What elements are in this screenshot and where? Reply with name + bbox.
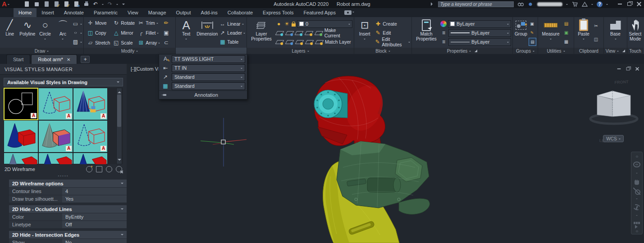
wcs-dropdown[interactable]: WCS [603,135,624,142]
select-mode-button[interactable]: Select Mode [629,18,642,48]
explode-button[interactable]: ▣ [163,29,169,37]
panel-label-draw[interactable]: Draw [0,48,83,54]
style-thumb-shades-of-gray[interactable]: A [73,120,108,153]
linetype-combobox[interactable]: ByLayer [448,38,511,46]
layer-off-icon[interactable] [275,40,284,44]
multileader-style-combobox[interactable]: Standard [172,73,245,81]
arc-button[interactable]: ⌒Arc [55,18,71,48]
viewport-controls-label[interactable]: [-][Custom View] [131,66,159,72]
paste-button[interactable]: Paste [575,18,592,48]
match-layer-button[interactable]: Match Layer [325,39,351,45]
group-selection-toggle[interactable]: ▤ [529,38,536,46]
make-current-button[interactable]: Make Current [324,27,352,38]
layer-unlock-icon[interactable] [292,23,296,27]
hatch-button[interactable]: ▨ [72,38,82,46]
panel-label-groups[interactable]: Groups [513,48,538,54]
layer-thaw-all-icon[interactable] [285,40,294,44]
apply-visual-style-icon[interactable] [96,166,102,172]
property-row[interactable]: ColorByEntity [9,213,127,220]
text-style-combobox[interactable]: TT SWISS LIGHT [172,55,245,63]
stretch-button[interactable]: ▱Stretch [87,39,110,47]
panel-label-annotation[interactable] [176,48,247,54]
annotation-flyout-footer[interactable]: Annotation [159,90,247,99]
navigation-wheel-icon[interactable] [633,162,640,167]
plot-icon[interactable] [83,1,89,7]
style-thumb-2d-wireframe[interactable]: A [4,88,38,120]
offset-button[interactable]: ⊂ [163,39,169,47]
available-styles-header[interactable]: Available Visual Styles in Drawing [4,78,123,86]
tab-parametric[interactable]: Parametric [89,8,123,17]
drawing-minimize-button[interactable] [617,68,621,69]
trim-button[interactable]: ✂Trim [137,19,160,27]
connect-dropdown-icon[interactable] [344,10,352,15]
section-2d-wireframe-options[interactable]: 2D Wireframe options [9,180,127,187]
batch-plot-icon[interactable] [64,1,69,7]
delete-visual-style-icon[interactable] [116,166,122,172]
circle-button[interactable]: ○Circle [37,18,54,48]
layer-isolate-icon[interactable] [275,31,284,35]
drawing-restore-button[interactable] [626,68,630,71]
scroll-down-icon[interactable] [118,159,121,162]
move-button[interactable]: ✛Move [87,19,110,27]
showmotion-icon[interactable] [633,221,640,226]
redo-button[interactable]: ↷ [108,1,112,7]
file-tab-start[interactable]: Start [6,54,30,64]
zoom-caret-icon[interactable] [636,198,638,200]
tab-add-ins[interactable]: Add-ins [196,8,223,17]
panel-label-touch[interactable]: Touch [627,48,643,54]
property-row[interactable]: Draw true silhouett...Yes [9,195,127,202]
leader-button[interactable]: ↗Leader [219,29,245,37]
account-caret-icon[interactable] [566,4,568,6]
style-thumb-realistic[interactable] [4,120,38,153]
linear-button[interactable]: ↔Linear [219,20,245,28]
layer-select-combobox[interactable]: 0 [297,20,352,28]
app-manager-caret-icon[interactable] [591,4,593,6]
help-icon[interactable]: ? [597,1,603,7]
erase-button[interactable]: ✏ [163,19,169,27]
pan-icon[interactable] [633,179,640,184]
insert-button[interactable]: ⊡Insert [356,18,374,48]
layer-on-bulb-icon[interactable]: ● [275,21,282,27]
app-store-cart-icon[interactable] [571,1,578,7]
tab-featured-apps[interactable]: Featured Apps [298,8,341,17]
tab-home[interactable]: Home [14,8,37,17]
qat-customize-icon[interactable] [122,4,125,6]
section-2d-hide-intersection-edges[interactable]: 2D Hide - Intersection Edges [9,231,127,238]
signed-in-username[interactable] [537,2,562,6]
file-tab-close-icon[interactable]: ✕ [67,57,70,62]
layer-properties-button[interactable]: Layer Properties [248,18,274,48]
file-tab-robot-arm[interactable]: Robot arm* ✕ [31,54,77,64]
redo-caret-icon[interactable] [116,4,118,6]
quick-select-button[interactable]: ▤ [563,20,570,28]
palette-drag-handle[interactable]: ••••• [0,174,127,179]
style-thumb-shaded[interactable]: A [38,120,73,153]
tab-manage[interactable]: Manage [143,8,171,17]
save-icon[interactable] [44,1,50,7]
scroll-up-icon[interactable] [118,90,121,93]
fillet-button[interactable]: ╭Fillet [137,29,160,37]
panel-label-layers[interactable]: Layers [247,48,354,54]
property-row[interactable]: LinetypeOff [9,220,127,228]
copy-clip-button[interactable]: ◫ [593,36,599,44]
panel-label-modify[interactable]: Modify [84,48,175,54]
pin-icon[interactable] [162,94,166,96]
orbit-caret-icon[interactable] [636,215,638,217]
panel-label-block[interactable]: Block [354,48,411,54]
style-thumb-wireframe[interactable]: A [38,88,73,120]
search-binoculars-icon[interactable] [517,1,524,7]
new-file-tab-button[interactable]: + [81,56,90,63]
connect-caret-icon[interactable] [352,12,354,14]
rotate-button[interactable]: ↻Rotate [113,19,135,27]
dimension-style-combobox[interactable]: TT IN [172,64,245,72]
match-properties-button[interactable]: Match Properties [413,18,439,48]
quick-calc-button[interactable]: ▣ [563,29,570,37]
navbar-customize-icon[interactable] [636,230,638,232]
search-expand-icon[interactable] [431,2,434,6]
properties-launcher-icon[interactable] [475,50,477,52]
measure-button[interactable]: Measure [539,18,562,48]
close-button[interactable] [637,2,641,6]
export-visual-style-icon[interactable] [106,166,112,172]
navbar-close-icon[interactable] [636,156,638,158]
property-row[interactable]: Contour lines4 [9,187,127,195]
rectangle-button[interactable]: ▭ [72,20,82,28]
